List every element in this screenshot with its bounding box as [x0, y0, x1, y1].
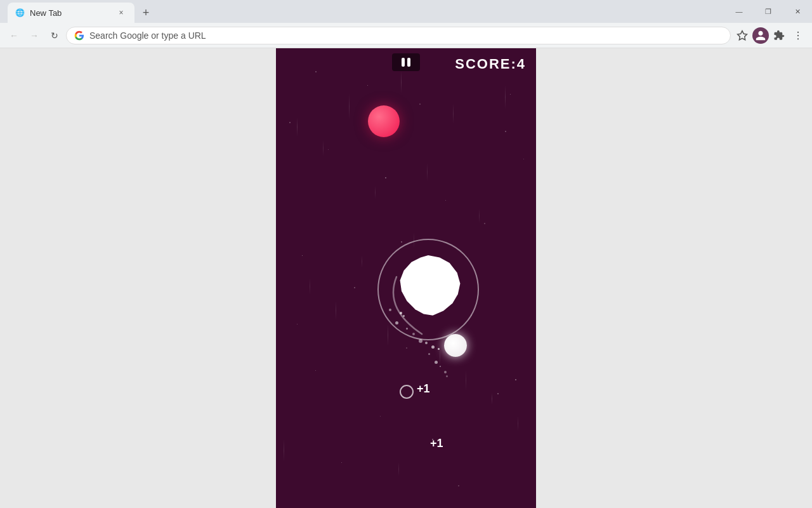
player-blob-container	[384, 245, 473, 334]
game-canvas[interactable]: SCORE:4	[276, 48, 536, 508]
url-bar[interactable]: Search Google or type a URL	[66, 27, 731, 44]
active-tab[interactable]: 🌐 New Tab ×	[8, 3, 134, 23]
minimize-button[interactable]: —	[724, 0, 754, 23]
toolbar-right	[733, 27, 807, 44]
particle-9	[438, 348, 440, 350]
tab-favicon: 🌐	[15, 8, 25, 17]
tab-bar: 🌐 New Tab × + — ❐ ✕	[0, 0, 812, 23]
address-bar: ← → ↻ Search Google or type a URL	[0, 23, 812, 48]
score-display: SCORE:4	[455, 56, 526, 72]
particle-14	[444, 371, 447, 373]
svg-point-1	[797, 31, 799, 32]
red-ball	[368, 105, 400, 137]
svg-marker-0	[738, 30, 747, 39]
svg-point-2	[797, 34, 799, 36]
particle-12	[435, 361, 438, 364]
particle-11	[428, 353, 430, 355]
pause-button[interactable]	[392, 53, 420, 71]
pause-bar-left	[402, 58, 405, 67]
profile-avatar[interactable]	[752, 27, 769, 44]
tab-title: New Tab	[30, 8, 110, 18]
score-popup-bottom: +1	[430, 437, 443, 450]
particle-8	[431, 345, 435, 349]
pause-bar-right	[407, 58, 410, 67]
extensions-button[interactable]	[770, 27, 788, 44]
new-tab-button[interactable]: +	[137, 4, 155, 22]
menu-button[interactable]	[789, 27, 807, 44]
particle-13	[440, 366, 441, 367]
window-controls: — ❐ ✕	[724, 0, 812, 23]
bookmark-button[interactable]	[733, 27, 751, 44]
browser-frame: 🌐 New Tab × + — ❐ ✕ ← → ↻ Search Google …	[0, 0, 812, 508]
forward-button[interactable]: →	[25, 27, 43, 44]
tiny-ring-circle	[400, 385, 414, 399]
small-white-ball	[444, 334, 467, 357]
svg-point-3	[797, 38, 799, 39]
google-icon	[74, 30, 84, 41]
maximize-button[interactable]: ❐	[754, 0, 783, 23]
url-text: Search Google or type a URL	[89, 30, 206, 41]
page-content: SCORE:4	[0, 48, 812, 508]
particle-15	[446, 375, 448, 377]
refresh-button[interactable]: ↻	[46, 27, 63, 44]
score-popup-near-tiny-circle: +1	[417, 382, 430, 396]
tab-close-button[interactable]: ×	[115, 7, 127, 18]
close-button[interactable]: ✕	[783, 0, 812, 23]
particle-7	[425, 342, 428, 344]
back-button[interactable]: ←	[5, 27, 23, 44]
